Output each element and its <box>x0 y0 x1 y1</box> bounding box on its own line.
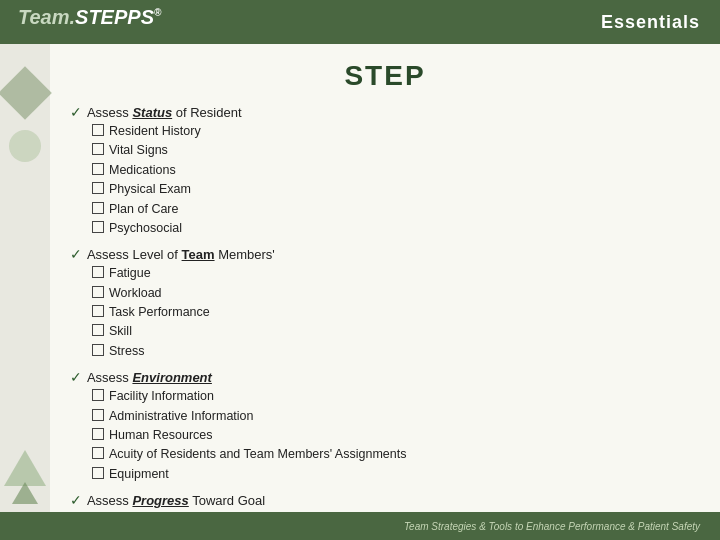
circle-decoration <box>9 130 41 162</box>
checkbox-icon <box>92 447 104 459</box>
list-item: Psychosocial <box>92 219 700 238</box>
section-progress-header: ✓ Assess Progress Toward Goal <box>70 492 700 508</box>
checkbox-icon <box>92 266 104 278</box>
checkbox-icon <box>92 202 104 214</box>
section-progress-prefix: Assess <box>87 493 133 508</box>
list-item: Administrative Information <box>92 407 700 426</box>
list-item: Acuity of Residents and Team Members' As… <box>92 445 700 464</box>
section-team: ✓ Assess Level of Team Members' Fatigue … <box>70 246 700 361</box>
section-status-prefix: Assess <box>87 105 133 120</box>
checkbox-icon <box>92 428 104 440</box>
step-title: STEP <box>70 60 700 92</box>
section-status-header: ✓ Assess Status of Resident <box>70 104 700 120</box>
list-item: Fatigue <box>92 264 700 283</box>
list-item: Plan of Care <box>92 200 700 219</box>
check-icon-team: ✓ <box>70 246 82 262</box>
list-item: Equipment <box>92 465 700 484</box>
checkbox-icon <box>92 324 104 336</box>
check-icon-status: ✓ <box>70 104 82 120</box>
list-item: Resident History <box>92 122 700 141</box>
check-icon-environment: ✓ <box>70 369 82 385</box>
checkbox-icon <box>92 305 104 317</box>
list-item: Physical Exam <box>92 180 700 199</box>
section-team-keyword: Team <box>182 247 215 262</box>
checkbox-icon <box>92 163 104 175</box>
checkbox-icon <box>92 409 104 421</box>
checkbox-icon <box>92 467 104 479</box>
content-area: STEP ✓ Assess Status of Resident Residen… <box>50 44 720 540</box>
list-item: Skill <box>92 322 700 341</box>
environment-sub-items: Facility Information Administrative Info… <box>92 387 700 484</box>
list-item: Stress <box>92 342 700 361</box>
list-item: Facility Information <box>92 387 700 406</box>
logo: Team.STEPPS® <box>18 6 161 29</box>
footer-bar: Team Strategies & Tools to Enhance Perfo… <box>0 512 720 540</box>
main-content: STEP ✓ Assess Status of Resident Residen… <box>0 44 720 540</box>
check-icon-progress: ✓ <box>70 492 82 508</box>
section-environment-keyword: Environment <box>132 370 211 385</box>
status-sub-items: Resident History Vital Signs Medications… <box>92 122 700 238</box>
list-item: Task Performance <box>92 303 700 322</box>
checkbox-icon <box>92 124 104 136</box>
section-progress-suffix: Toward Goal <box>189 493 265 508</box>
header-bar: Team.STEPPS® Essentials <box>0 0 720 44</box>
section-team-prefix: Assess Level of <box>87 247 182 262</box>
list-item: Medications <box>92 161 700 180</box>
section-env-prefix: Assess <box>87 370 133 385</box>
section-status-suffix: of Resident <box>172 105 241 120</box>
section-environment: ✓ Assess Environment Facility Informatio… <box>70 369 700 484</box>
section-environment-header: ✓ Assess Environment <box>70 369 700 385</box>
checkbox-icon <box>92 143 104 155</box>
checkbox-icon <box>92 182 104 194</box>
bottom-left-decoration <box>0 444 50 512</box>
section-team-header: ✓ Assess Level of Team Members' <box>70 246 700 262</box>
section-team-suffix: Members' <box>215 247 275 262</box>
checkbox-icon <box>92 344 104 356</box>
header-title: Essentials <box>601 12 700 33</box>
section-progress-keyword: Progress <box>132 493 188 508</box>
footer-text: Team Strategies & Tools to Enhance Perfo… <box>404 521 700 532</box>
list-item: Workload <box>92 284 700 303</box>
triangle-inner <box>12 478 38 504</box>
diamond-decoration <box>0 66 52 120</box>
checkbox-icon <box>92 221 104 233</box>
section-status-keyword: Status <box>132 105 172 120</box>
checkbox-icon <box>92 286 104 298</box>
list-item: Human Resources <box>92 426 700 445</box>
section-status: ✓ Assess Status of Resident Resident His… <box>70 104 700 238</box>
list-item: Vital Signs <box>92 141 700 160</box>
checkbox-icon <box>92 389 104 401</box>
team-sub-items: Fatigue Workload Task Performance Skill … <box>92 264 700 361</box>
